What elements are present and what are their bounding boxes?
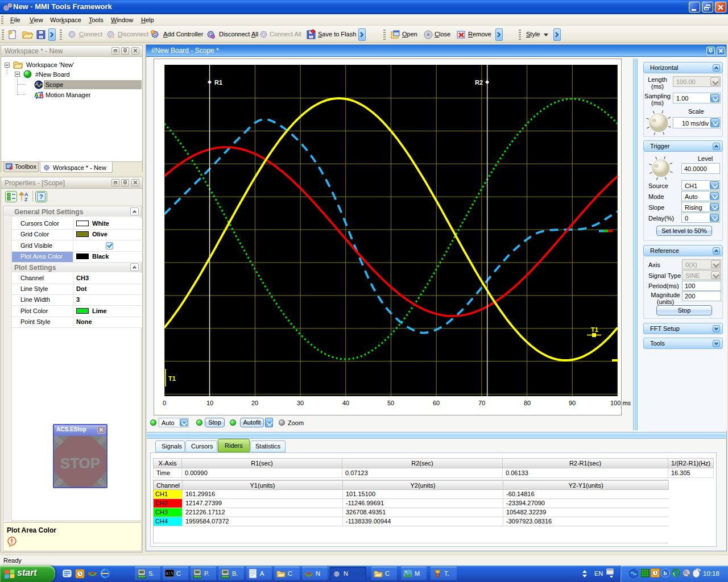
svg-text:b: b (664, 569, 667, 576)
svg-text:Z: Z (24, 197, 28, 202)
svg-text:T1: T1 (168, 375, 176, 382)
svg-text:!: ! (11, 538, 13, 544)
svg-text:R1: R1 (214, 79, 222, 86)
svg-text:c:\: c:\ (166, 571, 173, 576)
svg-text:T1: T1 (591, 326, 598, 333)
svg-text:?: ? (39, 193, 43, 200)
svg-text:STOP: STOP (60, 455, 100, 472)
svg-text:R2: R2 (475, 79, 483, 86)
